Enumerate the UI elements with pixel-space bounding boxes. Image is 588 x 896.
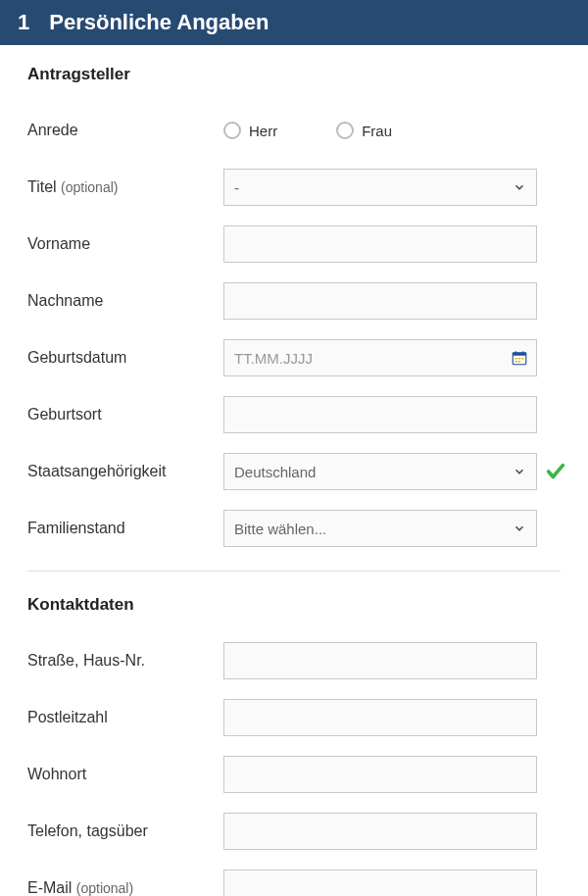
label-anrede: Anrede bbox=[27, 122, 223, 139]
select-staat[interactable]: Deutschland bbox=[223, 453, 537, 490]
input-telefon[interactable] bbox=[223, 813, 537, 850]
radio-circle-icon bbox=[223, 122, 241, 139]
subsection-antragsteller: Antragsteller bbox=[27, 65, 561, 84]
form-content: Antragsteller Anrede Herr Frau Titel (op… bbox=[0, 45, 588, 896]
row-nachname: Nachname bbox=[27, 282, 561, 320]
svg-rect-1 bbox=[513, 353, 526, 356]
section-header: 1 Persönliche Angaben bbox=[0, 0, 588, 45]
label-geburtsdatum: Geburtsdatum bbox=[27, 349, 223, 367]
radio-circle-icon bbox=[336, 122, 354, 139]
row-vorname: Vorname bbox=[27, 225, 561, 263]
date-placeholder: TT.MM.JJJJ bbox=[234, 350, 313, 367]
divider bbox=[27, 571, 561, 572]
radio-frau[interactable]: Frau bbox=[336, 122, 392, 139]
label-staat: Staatsangehörigkeit bbox=[27, 463, 223, 480]
calendar-icon[interactable] bbox=[511, 349, 528, 367]
row-titel: Titel (optional) - bbox=[27, 169, 561, 206]
checkmark-icon bbox=[545, 461, 566, 482]
row-geburtsdatum: Geburtsdatum TT.MM.JJJJ bbox=[27, 339, 561, 376]
radio-frau-label: Frau bbox=[362, 123, 392, 139]
label-titel: Titel (optional) bbox=[27, 178, 223, 196]
svg-rect-4 bbox=[515, 358, 517, 360]
input-strasse[interactable] bbox=[223, 642, 537, 679]
row-anrede: Anrede Herr Frau bbox=[27, 112, 561, 149]
select-familienstand-value: Bitte wählen... bbox=[234, 521, 326, 537]
row-email: E-Mail (optional) bbox=[27, 870, 561, 896]
radio-herr[interactable]: Herr bbox=[223, 122, 277, 139]
select-titel[interactable]: - bbox=[223, 169, 537, 206]
label-plz: Postleitzahl bbox=[27, 709, 223, 726]
row-wohnort: Wohnort bbox=[27, 756, 561, 793]
section-number: 1 bbox=[18, 10, 29, 35]
label-nachname: Nachname bbox=[27, 292, 223, 310]
svg-rect-5 bbox=[518, 358, 520, 360]
select-familienstand[interactable]: Bitte wählen... bbox=[223, 510, 537, 547]
row-telefon: Telefon, tagsüber bbox=[27, 813, 561, 850]
chevron-down-icon bbox=[513, 465, 526, 478]
section-title: Persönliche Angaben bbox=[49, 10, 269, 35]
input-geburtsdatum[interactable]: TT.MM.JJJJ bbox=[223, 339, 537, 376]
label-email: E-Mail (optional) bbox=[27, 879, 223, 896]
select-staat-value: Deutschland bbox=[234, 464, 316, 480]
row-plz: Postleitzahl bbox=[27, 699, 561, 736]
input-wohnort[interactable] bbox=[223, 756, 537, 793]
radio-herr-label: Herr bbox=[249, 123, 277, 139]
label-strasse: Straße, Haus-Nr. bbox=[27, 652, 223, 670]
svg-rect-6 bbox=[521, 358, 523, 360]
label-vorname: Vorname bbox=[27, 235, 223, 253]
row-staat: Staatsangehörigkeit Deutschland bbox=[27, 453, 561, 490]
row-geburtsort: Geburtsort bbox=[27, 396, 561, 433]
input-geburtsort[interactable] bbox=[223, 396, 537, 433]
label-geburtsort: Geburtsort bbox=[27, 406, 223, 423]
input-email[interactable] bbox=[223, 870, 537, 896]
input-plz[interactable] bbox=[223, 699, 537, 736]
select-titel-value: - bbox=[234, 179, 239, 196]
row-familienstand: Familienstand Bitte wählen... bbox=[27, 510, 561, 547]
input-vorname[interactable] bbox=[223, 225, 537, 263]
subsection-kontaktdaten: Kontaktdaten bbox=[27, 595, 561, 615]
anrede-radio-group: Herr Frau bbox=[223, 122, 392, 139]
svg-rect-8 bbox=[518, 361, 520, 363]
label-wohnort: Wohnort bbox=[27, 766, 223, 783]
input-nachname[interactable] bbox=[223, 282, 537, 320]
label-familienstand: Familienstand bbox=[27, 520, 223, 537]
row-strasse: Straße, Haus-Nr. bbox=[27, 642, 561, 679]
svg-rect-7 bbox=[515, 361, 517, 363]
label-telefon: Telefon, tagsüber bbox=[27, 822, 223, 840]
chevron-down-icon bbox=[513, 180, 526, 194]
chevron-down-icon bbox=[513, 522, 526, 535]
